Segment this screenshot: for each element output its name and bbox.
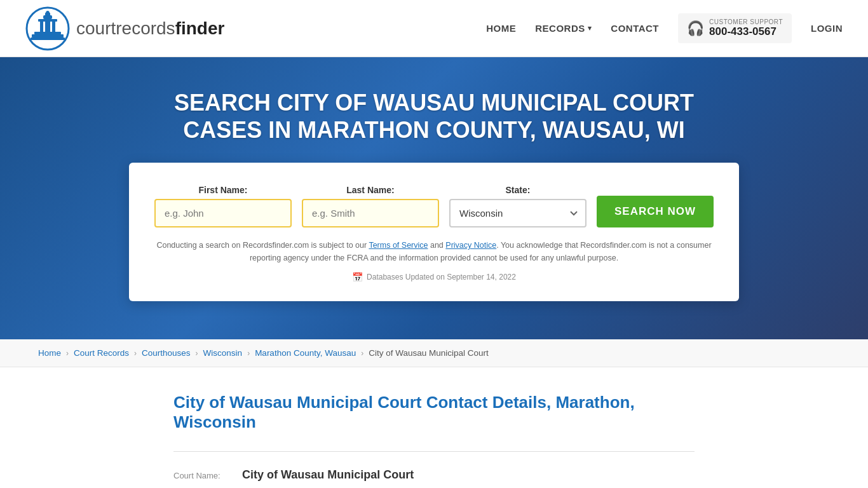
page-title: City of Wausau Municipal Court Contact D… [173, 393, 695, 432]
breadcrumb-marathon[interactable]: Marathon County, Wausau [255, 348, 356, 358]
first-name-label: First Name: [154, 185, 292, 195]
main-content: City of Wausau Municipal Court Contact D… [148, 393, 720, 488]
logo-icon [25, 6, 70, 51]
svg-rect-10 [31, 37, 65, 40]
court-name-value: City of Wausau Municipal Court [242, 468, 414, 482]
svg-rect-9 [32, 34, 64, 37]
svg-rect-8 [52, 22, 55, 32]
breadcrumb-sep-3: › [196, 349, 198, 358]
disclaimer-text: Conducting a search on Recordsfinder.com… [154, 239, 714, 264]
breadcrumb-courthouses[interactable]: Courthouses [142, 348, 191, 358]
breadcrumb-sep-2: › [134, 349, 137, 358]
svg-rect-6 [40, 22, 43, 32]
records-chevron-icon: ▾ [588, 24, 592, 32]
breadcrumb-current: City of Wausau Municipal Court [369, 348, 489, 358]
breadcrumb-court-records[interactable]: Court Records [74, 348, 129, 358]
search-button[interactable]: SEARCH NOW [597, 196, 714, 227]
privacy-link[interactable]: Privacy Notice [445, 241, 496, 250]
first-name-group: First Name: [154, 185, 292, 227]
nav-records[interactable]: RECORDS ▾ [535, 23, 592, 34]
support-info: CUSTOMER SUPPORT 800-433-0567 [709, 18, 783, 38]
divider-1 [173, 451, 695, 452]
header: courtrecordsfinder HOME RECORDS ▾ CONTAC… [0, 0, 868, 57]
hero-section: SEARCH CITY OF WAUSAU MUNICIPAL COURT CA… [0, 57, 868, 339]
svg-rect-4 [38, 19, 57, 22]
nav-home[interactable]: HOME [486, 23, 516, 34]
breadcrumb-sep-1: › [66, 349, 69, 358]
court-name-label: Court Name: [173, 471, 237, 480]
court-name-row: Court Name: City of Wausau Municipal Cou… [173, 461, 695, 488]
nav-login[interactable]: LOGIN [811, 23, 843, 34]
state-label: State: [449, 185, 587, 195]
breadcrumb-sep-4: › [247, 349, 250, 358]
state-select[interactable]: Wisconsin [449, 199, 587, 227]
logo[interactable]: courtrecordsfinder [25, 6, 224, 51]
svg-rect-5 [34, 32, 61, 34]
nav-contact[interactable]: CONTACT [611, 23, 659, 34]
svg-point-3 [46, 11, 50, 16]
svg-rect-7 [45, 22, 50, 32]
hero-title: SEARCH CITY OF WAUSAU MUNICIPAL COURT CA… [148, 89, 720, 144]
main-nav: HOME RECORDS ▾ CONTACT 🎧 CUSTOMER SUPPOR… [486, 13, 843, 43]
logo-text: courtrecordsfinder [76, 18, 224, 39]
first-name-input[interactable] [154, 199, 292, 227]
search-card: First Name: Last Name: State: Wisconsin … [129, 163, 739, 301]
search-fields: First Name: Last Name: State: Wisconsin … [154, 185, 714, 227]
calendar-icon: 📅 [352, 272, 363, 282]
breadcrumb-wisconsin[interactable]: Wisconsin [203, 348, 243, 358]
support-area[interactable]: 🎧 CUSTOMER SUPPORT 800-433-0567 [678, 13, 792, 43]
breadcrumb-sep-5: › [361, 349, 363, 358]
last-name-label: Last Name: [302, 185, 439, 195]
last-name-group: Last Name: [302, 185, 439, 227]
breadcrumb-home[interactable]: Home [38, 348, 61, 358]
headset-icon: 🎧 [687, 20, 704, 37]
breadcrumb: Home › Court Records › Courthouses › Wis… [0, 339, 868, 367]
state-group: State: Wisconsin [449, 185, 587, 227]
last-name-input[interactable] [302, 199, 439, 227]
db-update: 📅 Databases Updated on September 14, 202… [154, 272, 714, 282]
tos-link[interactable]: Terms of Service [369, 241, 428, 250]
